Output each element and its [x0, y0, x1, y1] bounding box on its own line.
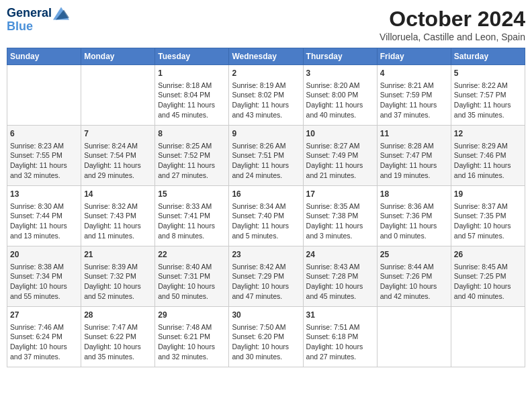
day-info-line: Sunrise: 8:34 AM — [232, 202, 285, 210]
calendar-day-16: 16Sunrise: 8:34 AMSunset: 7:40 PMDayligh… — [229, 186, 303, 246]
day-info-line: Sunset: 7:36 PM — [380, 212, 433, 220]
day-info-line: Daylight: 11 hours and 21 minutes. — [306, 161, 363, 179]
day-info-line: Sunrise: 8:32 AM — [84, 202, 138, 210]
calendar-day-4: 4Sunrise: 8:21 AMSunset: 7:59 PMDaylight… — [377, 65, 451, 126]
day-info-line: Sunset: 7:47 PM — [380, 151, 433, 159]
day-info: Sunrise: 8:42 AMSunset: 7:29 PMDaylight:… — [232, 262, 300, 302]
day-info-line: Sunset: 6:20 PM — [232, 332, 284, 340]
day-info-line: Sunrise: 7:51 AM — [306, 323, 360, 331]
day-info-line: Sunrise: 8:33 AM — [158, 202, 212, 210]
weekday-header-monday: Monday — [81, 48, 155, 65]
day-info-line: Daylight: 11 hours and 43 minutes. — [232, 101, 289, 119]
day-info-line: Sunset: 8:02 PM — [232, 91, 284, 99]
day-info-line: Daylight: 11 hours and 16 minutes. — [454, 161, 511, 179]
calendar-day-26: 26Sunrise: 8:45 AMSunset: 7:25 PMDayligh… — [451, 246, 525, 307]
day-info-line: Daylight: 11 hours and 27 minutes. — [158, 161, 215, 179]
day-info: Sunrise: 8:24 AMSunset: 7:54 PMDaylight:… — [84, 141, 152, 181]
calendar-day-13: 13Sunrise: 8:30 AMSunset: 7:44 PMDayligh… — [7, 186, 81, 246]
day-info-line: Daylight: 11 hours and 40 minutes. — [306, 101, 363, 119]
day-info-line: Sunset: 7:31 PM — [158, 272, 210, 280]
day-info-line: Daylight: 11 hours and 19 minutes. — [380, 161, 437, 179]
day-number: 2 — [232, 68, 300, 79]
calendar-day-21: 21Sunrise: 8:39 AMSunset: 7:32 PMDayligh… — [81, 246, 155, 307]
day-info-line: Sunrise: 8:36 AM — [380, 202, 434, 210]
calendar-day-10: 10Sunrise: 8:27 AMSunset: 7:49 PMDayligh… — [303, 126, 377, 186]
day-info-line: Sunrise: 8:29 AM — [454, 142, 508, 150]
calendar-day-17: 17Sunrise: 8:35 AMSunset: 7:38 PMDayligh… — [303, 186, 377, 246]
day-number: 4 — [380, 68, 448, 79]
calendar-day-28: 28Sunrise: 7:47 AMSunset: 6:22 PMDayligh… — [81, 307, 155, 367]
weekday-header-wednesday: Wednesday — [229, 48, 303, 65]
calendar-day-19: 19Sunrise: 8:37 AMSunset: 7:35 PMDayligh… — [451, 186, 525, 246]
day-info: Sunrise: 7:50 AMSunset: 6:20 PMDaylight:… — [232, 322, 300, 362]
day-info: Sunrise: 8:27 AMSunset: 7:49 PMDaylight:… — [306, 141, 374, 181]
weekday-header-thursday: Thursday — [303, 48, 377, 65]
page-header: General Blue October 2024 Villoruela, Ca… — [7, 7, 525, 42]
day-number: 15 — [158, 189, 226, 200]
calendar-table: SundayMondayTuesdayWednesdayThursdayFrid… — [7, 48, 525, 367]
day-info-line: Sunrise: 7:50 AM — [232, 323, 285, 331]
day-info-line: Sunrise: 8:23 AM — [10, 142, 64, 150]
day-number: 9 — [232, 128, 300, 140]
day-info-line: Sunrise: 8:26 AM — [232, 142, 285, 150]
day-info-line: Daylight: 11 hours and 0 minutes. — [380, 222, 437, 240]
day-number: 8 — [158, 128, 226, 140]
day-info-line: Daylight: 10 hours and 37 minutes. — [10, 342, 67, 361]
day-info-line: Daylight: 11 hours and 45 minutes. — [158, 101, 215, 119]
day-number: 5 — [454, 68, 522, 79]
day-info-line: Sunset: 6:24 PM — [10, 332, 62, 340]
calendar-day-11: 11Sunrise: 8:28 AMSunset: 7:47 PMDayligh… — [377, 126, 451, 186]
day-info-line: Daylight: 11 hours and 8 minutes. — [158, 222, 215, 240]
day-info-line: Sunrise: 8:22 AM — [454, 81, 508, 89]
calendar-week-row: 13Sunrise: 8:30 AMSunset: 7:44 PMDayligh… — [7, 186, 525, 246]
calendar-day-9: 9Sunrise: 8:26 AMSunset: 7:51 PMDaylight… — [229, 126, 303, 186]
day-info: Sunrise: 8:25 AMSunset: 7:52 PMDaylight:… — [158, 141, 226, 181]
calendar-day-29: 29Sunrise: 7:48 AMSunset: 6:21 PMDayligh… — [155, 307, 229, 367]
day-info: Sunrise: 8:29 AMSunset: 7:46 PMDaylight:… — [454, 141, 522, 181]
day-number: 28 — [84, 310, 152, 321]
day-info-line: Sunset: 7:29 PM — [232, 272, 284, 280]
day-info: Sunrise: 8:44 AMSunset: 7:26 PMDaylight:… — [380, 262, 448, 302]
day-info: Sunrise: 8:28 AMSunset: 7:47 PMDaylight:… — [380, 141, 448, 181]
day-info-line: Sunrise: 8:30 AM — [10, 202, 64, 210]
day-number: 3 — [306, 68, 374, 79]
day-info-line: Sunrise: 8:44 AM — [380, 263, 434, 271]
day-number: 1 — [158, 68, 226, 79]
day-number: 12 — [454, 128, 522, 140]
calendar-day-31: 31Sunrise: 7:51 AMSunset: 6:18 PMDayligh… — [303, 307, 377, 367]
day-info: Sunrise: 8:22 AMSunset: 7:57 PMDaylight:… — [454, 81, 522, 120]
day-info-line: Daylight: 11 hours and 5 minutes. — [232, 222, 289, 240]
day-number: 22 — [158, 249, 226, 261]
calendar-day-1: 1Sunrise: 8:18 AMSunset: 8:04 PMDaylight… — [155, 65, 229, 126]
day-number: 24 — [306, 249, 374, 261]
day-number: 13 — [10, 189, 78, 200]
day-info-line: Sunrise: 8:39 AM — [84, 263, 138, 271]
day-info-line: Sunset: 7:54 PM — [84, 151, 136, 159]
calendar-day-25: 25Sunrise: 8:44 AMSunset: 7:26 PMDayligh… — [377, 246, 451, 307]
calendar-day-30: 30Sunrise: 7:50 AMSunset: 6:20 PMDayligh… — [229, 307, 303, 367]
calendar-week-row: 27Sunrise: 7:46 AMSunset: 6:24 PMDayligh… — [7, 307, 525, 367]
day-info-line: Daylight: 10 hours and 55 minutes. — [10, 282, 67, 300]
logo-blue: Blue — [7, 19, 33, 33]
day-number: 27 — [10, 310, 78, 321]
calendar-empty-cell — [451, 307, 525, 367]
day-info-line: Daylight: 11 hours and 37 minutes. — [380, 101, 437, 119]
day-number: 17 — [306, 189, 374, 200]
day-info: Sunrise: 8:38 AMSunset: 7:34 PMDaylight:… — [10, 262, 78, 302]
calendar-header-row: SundayMondayTuesdayWednesdayThursdayFrid… — [7, 48, 525, 65]
calendar-day-6: 6Sunrise: 8:23 AMSunset: 7:55 PMDaylight… — [7, 126, 81, 186]
day-number: 30 — [232, 310, 300, 321]
day-info: Sunrise: 8:36 AMSunset: 7:36 PMDaylight:… — [380, 201, 448, 241]
day-info-line: Sunset: 8:00 PM — [306, 91, 359, 99]
day-info-line: Sunrise: 8:19 AM — [232, 81, 285, 89]
day-info-line: Sunset: 7:43 PM — [84, 212, 136, 220]
day-info: Sunrise: 8:19 AMSunset: 8:02 PMDaylight:… — [232, 81, 300, 120]
calendar-body: 1Sunrise: 8:18 AMSunset: 8:04 PMDaylight… — [7, 65, 525, 367]
day-info: Sunrise: 8:35 AMSunset: 7:38 PMDaylight:… — [306, 201, 374, 241]
day-info: Sunrise: 8:43 AMSunset: 7:28 PMDaylight:… — [306, 262, 374, 302]
calendar-day-23: 23Sunrise: 8:42 AMSunset: 7:29 PMDayligh… — [229, 246, 303, 307]
day-info-line: Sunrise: 8:37 AM — [454, 202, 508, 210]
calendar-empty-cell — [81, 65, 155, 126]
day-info-line: Daylight: 11 hours and 35 minutes. — [454, 101, 511, 119]
day-info-line: Sunrise: 8:45 AM — [454, 263, 508, 271]
